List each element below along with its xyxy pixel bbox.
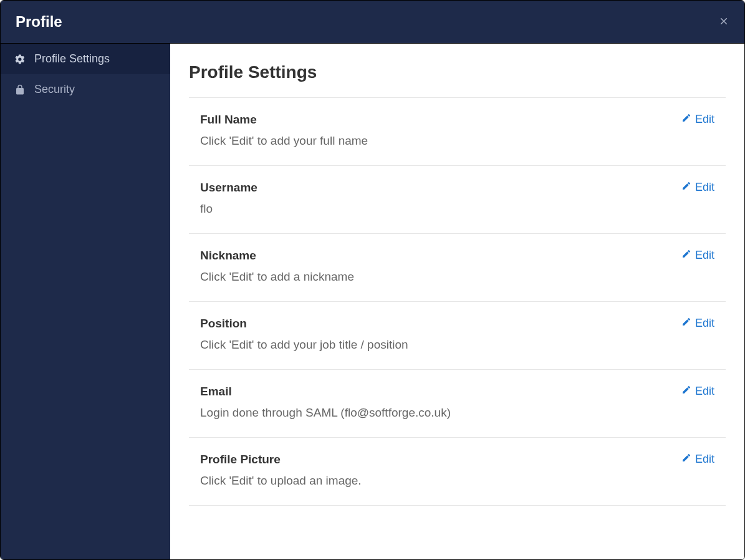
field-label: Position xyxy=(200,317,681,331)
sidebar-item-security[interactable]: Security xyxy=(1,74,170,105)
sidebar-item-label: Profile Settings xyxy=(34,52,110,65)
field-label: Email xyxy=(200,385,681,398)
field-value: Login done through SAML (flo@softforge.c… xyxy=(200,406,681,420)
field-row-nickname: Nickname Click 'Edit' to add a nickname … xyxy=(189,233,726,301)
pencil-icon xyxy=(681,453,691,466)
field-info: Username flo xyxy=(200,181,681,216)
edit-username-button[interactable]: Edit xyxy=(681,181,714,194)
pencil-icon xyxy=(681,385,691,398)
lock-icon xyxy=(14,84,26,95)
page-title: Profile Settings xyxy=(189,62,726,82)
edit-position-button[interactable]: Edit xyxy=(681,317,714,330)
pencil-icon xyxy=(681,113,691,126)
modal-header: Profile xyxy=(1,1,744,44)
field-value: Click 'Edit' to upload an image. xyxy=(200,474,681,488)
field-info: Profile Picture Click 'Edit' to upload a… xyxy=(200,453,681,488)
edit-label: Edit xyxy=(695,385,714,398)
pencil-icon xyxy=(681,317,691,330)
edit-label: Edit xyxy=(695,181,714,194)
field-value: Click 'Edit' to add a nickname xyxy=(200,270,681,284)
field-label: Full Name xyxy=(200,113,681,127)
gear-icon xyxy=(14,54,26,65)
field-info: Nickname Click 'Edit' to add a nickname xyxy=(200,249,681,284)
edit-label: Edit xyxy=(695,317,714,330)
fields-container: Full Name Click 'Edit' to add your full … xyxy=(189,97,726,506)
profile-modal: Profile Profile Settings Security Prof xyxy=(0,0,745,560)
pencil-icon xyxy=(681,181,691,194)
edit-full-name-button[interactable]: Edit xyxy=(681,113,714,126)
field-value: flo xyxy=(200,202,681,216)
field-label: Nickname xyxy=(200,249,681,263)
close-button[interactable] xyxy=(718,16,729,29)
edit-email-button[interactable]: Edit xyxy=(681,385,714,398)
sidebar-item-profile-settings[interactable]: Profile Settings xyxy=(1,44,170,74)
modal-body: Profile Settings Security Profile Settin… xyxy=(1,44,744,559)
edit-profile-picture-button[interactable]: Edit xyxy=(681,453,714,466)
field-value: Click 'Edit' to add your job title / pos… xyxy=(200,338,681,352)
field-label: Profile Picture xyxy=(200,453,681,466)
field-row-position: Position Click 'Edit' to add your job ti… xyxy=(189,301,726,369)
field-row-profile-picture: Profile Picture Click 'Edit' to upload a… xyxy=(189,437,726,505)
field-info: Position Click 'Edit' to add your job ti… xyxy=(200,317,681,352)
edit-nickname-button[interactable]: Edit xyxy=(681,249,714,262)
field-info: Full Name Click 'Edit' to add your full … xyxy=(200,113,681,148)
main-content: Profile Settings Full Name Click 'Edit' … xyxy=(170,44,744,559)
edit-label: Edit xyxy=(695,113,714,126)
field-label: Username xyxy=(200,181,681,195)
field-row-full-name: Full Name Click 'Edit' to add your full … xyxy=(189,97,726,165)
modal-title: Profile xyxy=(16,13,62,31)
edit-label: Edit xyxy=(695,249,714,262)
sidebar-item-label: Security xyxy=(34,83,75,96)
close-icon xyxy=(718,16,729,29)
field-row-username: Username flo Edit xyxy=(189,165,726,233)
field-value: Click 'Edit' to add your full name xyxy=(200,134,681,148)
pencil-icon xyxy=(681,249,691,262)
field-row-email: Email Login done through SAML (flo@softf… xyxy=(189,369,726,437)
sidebar: Profile Settings Security xyxy=(1,44,170,559)
edit-label: Edit xyxy=(695,453,714,466)
field-info: Email Login done through SAML (flo@softf… xyxy=(200,385,681,420)
